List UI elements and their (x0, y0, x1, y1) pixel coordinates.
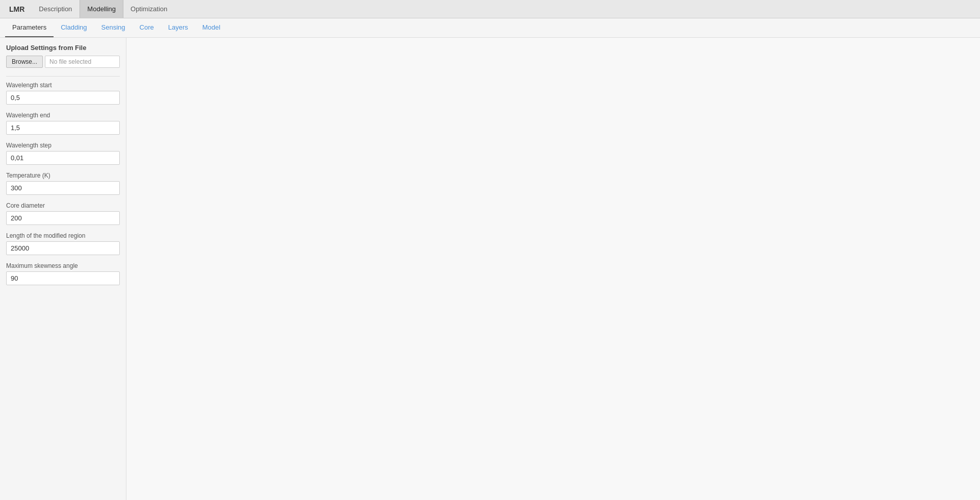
tab-model[interactable]: Model (195, 18, 227, 37)
field-temperature: Temperature (K) (6, 172, 120, 195)
input-max-skewness[interactable] (6, 271, 120, 285)
field-wavelength-start: Wavelength start (6, 82, 120, 105)
sub-tabs: Parameters Cladding Sensing Core Layers … (0, 18, 980, 38)
nav-item-modelling[interactable]: Modelling (80, 0, 123, 18)
input-wavelength-step[interactable] (6, 151, 120, 165)
label-max-skewness: Maximum skewness angle (6, 262, 120, 269)
right-content (126, 38, 980, 500)
label-core-diameter: Core diameter (6, 202, 120, 209)
upload-title: Upload Settings from File (6, 44, 120, 52)
nav-item-optimization[interactable]: Optimization (123, 0, 175, 18)
nav-item-description[interactable]: Description (32, 0, 80, 18)
browse-button[interactable]: Browse... (6, 56, 43, 68)
main-content: Upload Settings from File Browse... No f… (0, 38, 980, 500)
input-core-diameter[interactable] (6, 211, 120, 225)
tab-parameters[interactable]: Parameters (5, 18, 54, 37)
label-temperature: Temperature (K) (6, 172, 120, 179)
tab-sensing[interactable]: Sensing (94, 18, 133, 37)
field-max-skewness: Maximum skewness angle (6, 262, 120, 285)
tab-cladding[interactable]: Cladding (54, 18, 94, 37)
tab-core[interactable]: Core (133, 18, 161, 37)
field-wavelength-step: Wavelength step (6, 142, 120, 165)
file-name-display: No file selected (45, 56, 120, 68)
field-wavelength-end: Wavelength end (6, 112, 120, 135)
brand-label[interactable]: LMR (2, 1, 32, 17)
input-temperature[interactable] (6, 181, 120, 195)
top-nav: LMR Description Modelling Optimization (0, 0, 980, 18)
field-length-modified: Length of the modified region (6, 232, 120, 255)
tab-layers[interactable]: Layers (161, 18, 195, 37)
file-upload-row: Browse... No file selected (6, 56, 120, 68)
input-wavelength-start[interactable] (6, 91, 120, 105)
divider (6, 76, 120, 77)
input-wavelength-end[interactable] (6, 121, 120, 135)
label-wavelength-start: Wavelength start (6, 82, 120, 89)
label-wavelength-step: Wavelength step (6, 142, 120, 149)
upload-section: Upload Settings from File Browse... No f… (6, 44, 120, 68)
label-wavelength-end: Wavelength end (6, 112, 120, 119)
label-length-modified: Length of the modified region (6, 232, 120, 239)
left-panel: Upload Settings from File Browse... No f… (0, 38, 126, 500)
input-length-modified[interactable] (6, 241, 120, 255)
field-core-diameter: Core diameter (6, 202, 120, 225)
